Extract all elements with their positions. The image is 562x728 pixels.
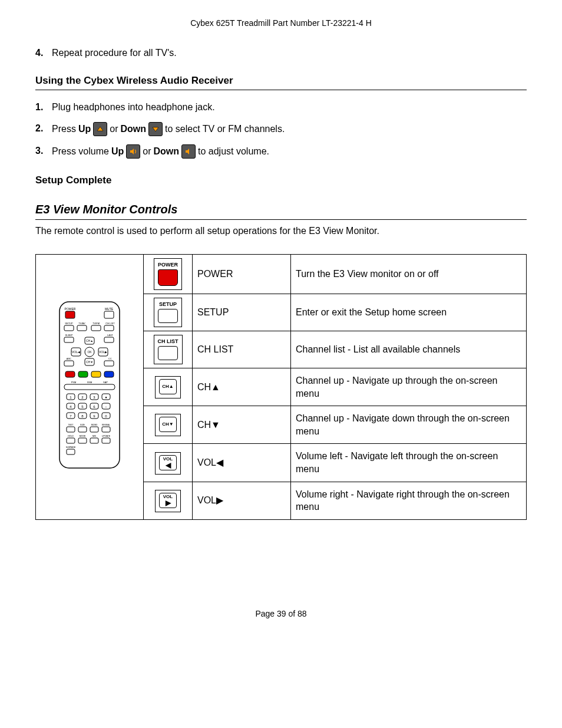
text-bold: Down (153, 145, 179, 158)
svg-rect-2 (65, 311, 75, 318)
button-label: CH▼ (193, 406, 291, 444)
list-item: 4. Repeat procedure for all TV's. (35, 47, 527, 60)
list-number: 2. (35, 122, 52, 135)
svg-rect-32 (78, 371, 88, 377)
list-number: 3. (35, 144, 52, 157)
section-heading-e3: E3 View Monitor Controls (35, 202, 527, 220)
svg-text:POWER: POWER (65, 307, 76, 311)
svg-rect-67 (67, 427, 75, 432)
svg-rect-10 (77, 325, 87, 331)
svg-rect-12 (104, 325, 114, 331)
svg-rect-77 (90, 438, 98, 443)
button-description: Volume right - Navigate right through th… (291, 482, 527, 519)
list-text: Press Up or Down to select TV or FM chan… (52, 122, 527, 136)
button-icon-cell: CH▼ (144, 406, 193, 444)
svg-rect-33 (91, 371, 101, 377)
remote-illustration-icon: POWER MUTE SETUP TV/AV TV/FM CH LIST SLE… (57, 299, 122, 470)
list-number: 4. (35, 47, 52, 60)
svg-rect-80 (67, 449, 75, 454)
button-icon-cell: VOL▶ (144, 482, 193, 519)
svg-text:LAST: LAST (107, 334, 114, 337)
svg-text:SIZE: SIZE (80, 424, 85, 426)
list-number: 1. (35, 101, 52, 114)
chlist-button-icon: CH LIST (154, 335, 183, 364)
svg-rect-16 (104, 337, 114, 342)
svg-text:TEXT: TEXT (68, 424, 74, 426)
text-bold: Up (78, 123, 91, 136)
svg-rect-38 (64, 384, 115, 390)
volume-down-icon (181, 144, 196, 159)
svg-rect-31 (65, 371, 75, 377)
svg-text:TV/AV: TV/AV (78, 322, 85, 325)
svg-text:SETUP: SETUP (65, 322, 73, 325)
svg-text:SUBPAGE: SUBPAGE (66, 446, 76, 449)
svg-text:VOL◀: VOL◀ (72, 350, 80, 354)
icon-label: POWER (158, 261, 178, 268)
ch-down-button-icon: CH▼ (155, 414, 181, 436)
text-bold: Down (120, 123, 146, 136)
list-item: 1. Plug headphones into headphone jack. (35, 101, 527, 114)
button-icon-cell: CH▲ (144, 368, 193, 406)
svg-rect-68 (78, 427, 87, 432)
svg-text:MIX: MIX (92, 435, 97, 437)
svg-text:PSM: PSM (71, 381, 77, 384)
vol-right-button-icon: VOL▶ (155, 490, 181, 512)
icon-label: CH▲ (162, 384, 173, 389)
icon-label: CH LIST (158, 338, 178, 345)
svg-rect-70 (102, 427, 110, 432)
svg-rect-11 (91, 325, 101, 331)
section-heading-wireless: Using the Cybex Wireless Audio Receiver (35, 74, 527, 90)
svg-text:−: − (105, 405, 107, 409)
svg-rect-69 (90, 427, 98, 432)
step-4-list: 4. Repeat procedure for all TV's. (35, 47, 527, 60)
button-description: Channel list - List all available channe… (291, 331, 527, 368)
svg-text:INDEX: INDEX (91, 424, 98, 426)
svg-text:HOLD: HOLD (68, 435, 74, 437)
button-icon-cell: POWER (144, 254, 193, 294)
svg-text:VOL▶: VOL▶ (99, 350, 107, 354)
button-icon-cell: SETUP (144, 294, 193, 331)
button-label: POWER (193, 254, 291, 294)
vol-left-button-icon: VOL◀ (155, 452, 181, 475)
channel-down-icon (148, 122, 163, 136)
svg-text:CH LIST: CH LIST (105, 322, 115, 325)
text-fragment: to adjust volume. (198, 145, 269, 158)
svg-text:MUTE: MUTE (105, 307, 114, 311)
text-bold: Up (111, 145, 124, 158)
text-fragment: Press (52, 123, 76, 136)
svg-text:REVEAL: REVEAL (102, 424, 110, 426)
svg-text:CC: CC (108, 357, 112, 360)
svg-text:SAP: SAP (103, 381, 108, 384)
svg-text:SSM: SSM (87, 381, 92, 384)
power-button-icon: POWER (154, 258, 182, 290)
svg-text:UPDATE: UPDATE (102, 435, 111, 437)
svg-text:MODE: MODE (80, 435, 86, 437)
svg-rect-9 (64, 325, 74, 331)
svg-rect-15 (64, 337, 74, 342)
button-label: CH LIST (193, 331, 291, 368)
svg-rect-75 (67, 438, 75, 443)
button-description: Turn the E3 View monitor on or off (291, 254, 527, 294)
page-footer: Page 39 of 88 (35, 608, 527, 620)
button-description: Enter or exit the Setup home screen (291, 294, 527, 331)
doc-header: Cybex 625T Treadmill Part Number LT-2322… (35, 18, 527, 29)
ch-up-button-icon: CH▲ (155, 376, 181, 398)
svg-text:ARC: ARC (67, 357, 72, 360)
list-item: 2. Press Up or Down to select TV or FM c… (35, 122, 527, 136)
text-fragment: Press volume (52, 145, 109, 158)
list-text: Repeat procedure for all TV's. (52, 47, 527, 60)
svg-rect-4 (104, 311, 114, 318)
svg-text:OK: OK (87, 350, 92, 354)
svg-text:CH▲: CH▲ (86, 339, 93, 342)
button-description: Channel up - Navigate down through the o… (291, 406, 527, 444)
volume-up-icon (126, 144, 140, 159)
button-description: Volume left - Navigate left through the … (291, 444, 527, 482)
list-item: 3. Press volume Up or Down to adjust vol… (35, 144, 527, 159)
table-row: POWER MUTE SETUP TV/AV TV/FM CH LIST SLE… (36, 254, 527, 294)
remote-image-cell: POWER MUTE SETUP TV/AV TV/FM CH LIST SLE… (36, 254, 144, 519)
section-heading-complete: Setup Complete (35, 174, 527, 187)
button-description: Channel up - Navigate up through the on-… (291, 368, 527, 406)
svg-text:SLEEP: SLEEP (65, 334, 73, 337)
text-fragment: or (143, 145, 151, 158)
svg-text:TV/FM: TV/FM (92, 322, 100, 325)
